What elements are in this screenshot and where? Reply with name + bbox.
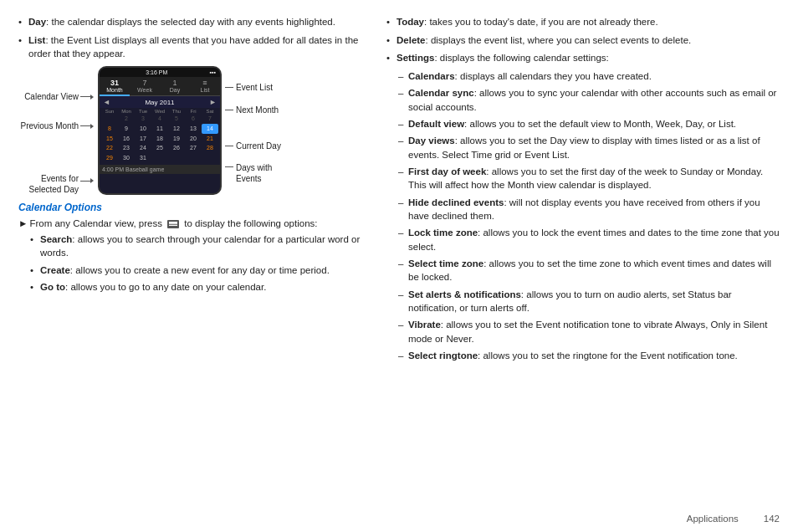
calendars-item: Calendars: displays all calendars they y… [395,69,780,83]
triangle-bullet: ► [18,218,28,228]
week-3: 15 16 17 18 19 20 21 [101,134,218,144]
select-ringtone-item: Select ringtone: allows you to set the r… [395,349,780,362]
list-text: : the Event List displays all events tha… [28,35,358,59]
tab-month: 31 Month [100,77,130,96]
right-column: Today: takes you to today's date, if you… [386,15,780,520]
calendar-view-label: Calendar View [18,91,95,102]
current-day-label: Current Day [225,141,289,151]
settings-bullet: Settings: displays the following calenda… [386,51,780,65]
prev-arrow: ◄ [103,98,110,106]
tab-week: 7 Week [130,77,160,96]
event-bar: 4:00 PM Baseball game [100,165,220,174]
day-text: : the calendar displays the selected day… [46,17,335,27]
month-year: May 2011 [145,99,174,106]
calendar-header: ◄ May 2011 ► [100,96,220,108]
footer-page: 142 [764,514,780,524]
set-alerts-item: Set alerts & notifications: allows you t… [395,288,780,315]
events-selected-day-label: Events forSelected Day [18,173,95,195]
calendar-sync-item: Calendar sync: allows you to sync your c… [395,86,780,114]
list-label: List [28,35,45,45]
calendar-grid: Sun Mon Tue Wed Thu Fri Sat 2 3 4 [100,108,220,164]
left-diagram-labels: Calendar View Previous Month Events forS… [18,66,98,195]
today-bullet: Today: takes you to today's date, if you… [386,15,780,29]
lock-timezone-item: Lock time zone: allows you to lock the e… [395,226,780,253]
default-view-item: Default view: allows you to set the defa… [395,117,780,130]
tab-day: 1 Day [160,77,190,96]
create-bullet: Create: allows you to create a new event… [30,263,370,277]
footer: Applications 142 [687,514,780,524]
day-label: Day [28,17,46,27]
goto-bullet: Go to: allows you to go to any date on y… [30,280,370,294]
right-diagram-labels: Event List Next Month Current Day Days w… [222,66,289,195]
week-4: 22 23 24 25 26 27 28 [101,143,218,153]
left-column: Day: the calendar displays the selected … [18,15,370,520]
settings-dash-items: Calendars: displays all calendars they y… [386,69,780,362]
tab-list: ≡ List [190,77,220,96]
option-intro: ► From any Calendar view, press to displ… [18,218,370,228]
calendar-diagram: Calendar View Previous Month Events forS… [18,66,370,195]
sub-bullets-list: Search: allows you to search through you… [18,233,370,294]
delete-bullet: Delete: displays the event list, where y… [386,33,780,48]
list-bullet: List: the Event List displays all events… [18,33,370,61]
next-month-label: Next Month [225,105,289,115]
first-day-week-item: First day of week: allows you to set the… [395,165,780,192]
footer-section: Applications [687,514,739,524]
week-1: 2 3 4 5 6 7 [101,114,218,124]
right-bullets: Today: takes you to today's date, if you… [386,15,780,65]
hide-declined-item: Hide declined events: will not display e… [395,196,780,223]
event-list-label: Event List [225,83,289,92]
day-bullet: Day: the calendar displays the selected … [18,15,370,29]
days-with-events-label: Days withEvents [225,162,289,184]
status-bar: 3:16 PM ▪▪▪ [100,68,220,77]
calendar-tabs: 31 Month 7 Week 1 Day ≡ List [100,77,220,96]
vibrate-item: Vibrate: allows you to set the Event not… [395,318,780,345]
week-2: 8 9 10 11 12 13 14 [101,124,218,134]
next-arrow: ► [209,98,217,106]
calendar-options-title: Calendar Options [18,202,370,213]
phone-mockup: 3:16 PM ▪▪▪ 31 Month 7 Week 1 Day [98,66,222,195]
status-time: 3:16 PM [146,69,167,75]
select-timezone-item: Select time zone: allows you to set the … [395,257,780,284]
day-views-item: Day views: allows you to set the Day vie… [395,134,780,161]
week-5: 29 30 31 [101,153,218,163]
previous-month-label: Previous Month [18,120,95,131]
search-bullet: Search: allows you to search through you… [30,233,370,260]
menu-button-icon [167,220,179,228]
